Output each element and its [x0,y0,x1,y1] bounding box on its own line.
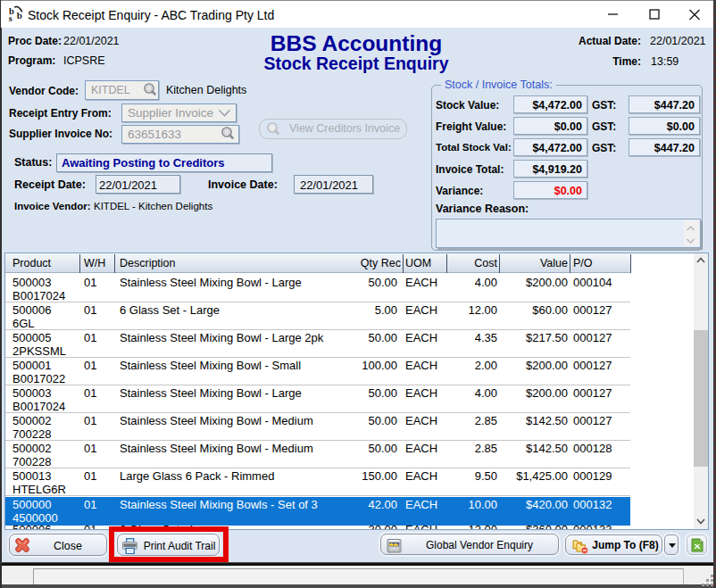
svg-text:s: s [9,13,12,23]
